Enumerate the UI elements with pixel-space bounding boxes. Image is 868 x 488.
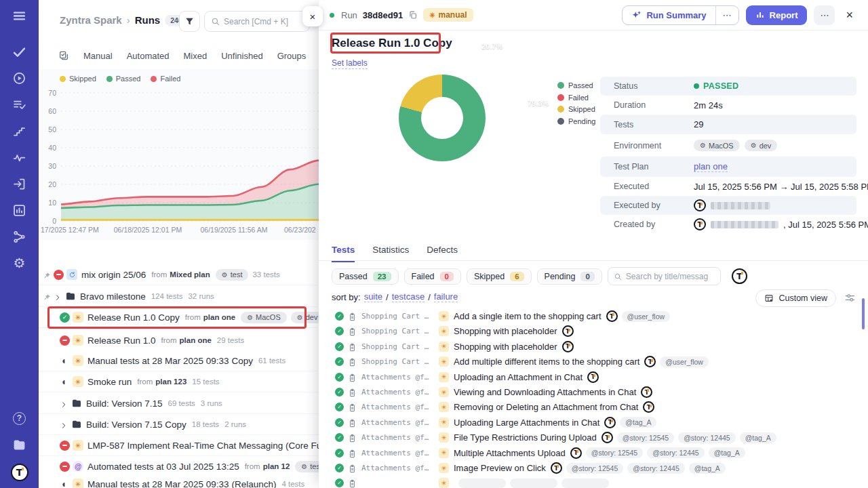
select-runs-icon[interactable]: [58, 50, 69, 61]
sort-link-suite[interactable]: suite: [364, 291, 382, 302]
run-row[interactable]: ◐✳Manual tests at 28 Mar 2025 09:33 Copy…: [39, 350, 319, 371]
filter-chip-failed[interactable]: Failed0: [404, 268, 461, 285]
filter-chip-skipped[interactable]: Skipped6: [467, 268, 532, 285]
runs-tab-mixed[interactable]: Mixed: [184, 51, 208, 61]
play-circle-icon[interactable]: [12, 70, 27, 85]
run-row[interactable]: ◐✳Manual tests at 28 Mar 2025 09:33 (Rel…: [39, 474, 319, 488]
list-check-icon[interactable]: [12, 97, 27, 112]
test-row[interactable]: ✓Shopping Cart @sm…✳Add multiple differe…: [319, 354, 868, 369]
runs-count: 32 runs: [188, 292, 214, 300]
runs-search[interactable]: [204, 11, 310, 32]
more-actions-button[interactable]: ⋯: [814, 5, 835, 25]
chevron-right-icon[interactable]: [60, 399, 68, 407]
sign-in-icon[interactable]: [12, 176, 27, 191]
test-row[interactable]: ✓Attachments @first✳Removing or Deleting…: [319, 400, 868, 414]
runs-tab-automated[interactable]: Automated: [127, 51, 170, 61]
help-icon[interactable]: ?: [12, 411, 27, 426]
run-title: Build: Version 7.15: [86, 399, 163, 409]
run-row[interactable]: ✳Release Run 1.0fromplan one29 tests: [39, 330, 319, 351]
close-run-detail-button[interactable]: ×: [842, 7, 857, 24]
passed-check-icon: ✓: [335, 479, 344, 487]
user-avatar[interactable]: T: [11, 464, 28, 481]
env-badge: ⚙MacOS: [694, 140, 740, 151]
test-row[interactable]: ✓Attachments @first✳Uploading Large Atta…: [319, 415, 868, 430]
check-icon[interactable]: [12, 44, 27, 59]
filter-chip-pending[interactable]: Pending0: [537, 268, 602, 285]
test-row[interactable]: ✓✳: [319, 476, 868, 488]
filter-chip-passed[interactable]: Passed23: [332, 268, 399, 285]
runs-tab-groups[interactable]: Groups: [277, 51, 307, 61]
filter-button[interactable]: [179, 11, 200, 32]
branch-icon[interactable]: [12, 229, 27, 244]
suite-name: Shopping Cart @sm…: [361, 312, 432, 321]
pin-icon: [43, 292, 51, 300]
run-type-badge: ✳manual: [423, 8, 473, 22]
sort-link-failure[interactable]: failure: [434, 291, 458, 302]
runs-panel-close-button[interactable]: ×: [302, 6, 323, 26]
runs-tab-manual[interactable]: Manual: [83, 51, 113, 61]
run-title: Manual tests at 28 Mar 2025 09:33 (Relau…: [87, 479, 276, 488]
test-row[interactable]: ✓Attachments @first✳Image Preview on Cli…: [319, 461, 868, 475]
test-title: Multiple Attachments Upload: [454, 448, 566, 458]
passed-check-icon: ✓: [335, 464, 344, 472]
assignee-filter-avatar[interactable]: T: [732, 268, 747, 284]
sparkles-icon: [631, 10, 642, 20]
tag-badge: @tag_A: [620, 417, 656, 428]
copy-icon[interactable]: [408, 10, 418, 20]
assignee-avatar: T: [601, 432, 613, 443]
runs-tab-unfinished[interactable]: Unfinished: [221, 51, 262, 61]
plan-name[interactable]: plan 12: [263, 462, 290, 470]
chevron-right-icon[interactable]: [54, 292, 62, 300]
folder-icon[interactable]: [12, 437, 27, 452]
y-axis-tick: 40: [39, 144, 56, 152]
test-row[interactable]: ✓Shopping Cart @sm…✳Shopping with placeh…: [319, 324, 868, 338]
run-group-row[interactable]: Build: Version 7.15 Copy18 tests2 runs: [39, 414, 319, 435]
detail-value: PASSED: [694, 81, 738, 91]
plan-name[interactable]: plan 123: [155, 378, 186, 386]
test-plan-link[interactable]: plan one: [694, 161, 728, 172]
test-title: Image Preview on Click: [454, 463, 546, 473]
tests-search[interactable]: [608, 267, 721, 285]
steps-icon[interactable]: [12, 123, 27, 138]
testcase-icon: [348, 433, 357, 442]
from-label: from: [161, 336, 177, 344]
custom-view-button[interactable]: Custom view: [755, 289, 836, 307]
test-row[interactable]: ✓Attachments @first✳File Type Restrictio…: [319, 430, 868, 445]
gear-icon[interactable]: ⚙: [12, 256, 27, 270]
plan-name[interactable]: Mixed plan: [170, 270, 210, 279]
detail-row-status: StatusPASSED: [600, 77, 856, 96]
report-button[interactable]: Report: [746, 5, 808, 25]
breadcrumb-project[interactable]: Zyntra Spark: [60, 14, 122, 26]
suite-name: Shopping Cart @sm…: [361, 342, 432, 351]
plan-name[interactable]: plan one: [180, 336, 212, 344]
chevron-right-icon[interactable]: [60, 420, 68, 428]
test-row[interactable]: ✓Attachments @first✳Multiple Attachments…: [319, 446, 868, 460]
test-row[interactable]: ✓Attachments @first✳Viewing and Download…: [319, 385, 868, 399]
sort-link-testcase[interactable]: testcase: [392, 291, 425, 302]
legend-item-passed: Passed: [106, 75, 141, 83]
test-row[interactable]: ✓Shopping Cart @sm…✳Add a single item to…: [319, 309, 868, 323]
run-row[interactable]: mix origin 25/06fromMixed plan⚙test33 te…: [39, 264, 319, 285]
run-group-row[interactable]: Bravo milestone124 tests32 runs: [39, 286, 319, 307]
test-row[interactable]: ✓Shopping Cart @sm…✳Shopping with placeh…: [319, 340, 868, 354]
plan-name[interactable]: plan one: [203, 313, 235, 321]
run-summary-more-button[interactable]: ⋯: [716, 6, 738, 24]
run-row[interactable]: ✳LMP-587 Implement Real-Time Chat Messag…: [39, 435, 319, 456]
assignee-avatar: T: [562, 325, 574, 337]
run-group-row[interactable]: Build: Version 7.1569 tests3 runs: [39, 393, 319, 414]
test-row[interactable]: ✓Attachments @first✳Uploading an Attachm…: [319, 370, 868, 384]
run-row[interactable]: ✓✳Release Run 1.0 Copyfromplan one⚙MacOS…: [39, 307, 319, 328]
menu-icon[interactable]: [12, 8, 27, 23]
view-settings-icon[interactable]: [844, 292, 856, 304]
tests-search-input[interactable]: [626, 272, 715, 281]
set-labels-link[interactable]: Set labels: [332, 58, 368, 69]
activity-icon[interactable]: [12, 150, 27, 165]
scrollbar-thumb[interactable]: [862, 298, 865, 329]
env-badge: ⚙MacOS: [241, 312, 287, 323]
runs-search-input[interactable]: [224, 17, 303, 26]
manual-test-icon: ✳: [439, 478, 449, 488]
run-row[interactable]: ◐✳Smoke runfromplan 12315 tests: [39, 371, 319, 392]
run-summary-button-group: Run Summary ⋯: [622, 5, 738, 25]
bar-chart-icon[interactable]: [12, 203, 27, 218]
run-summary-button[interactable]: Run Summary: [623, 6, 715, 24]
